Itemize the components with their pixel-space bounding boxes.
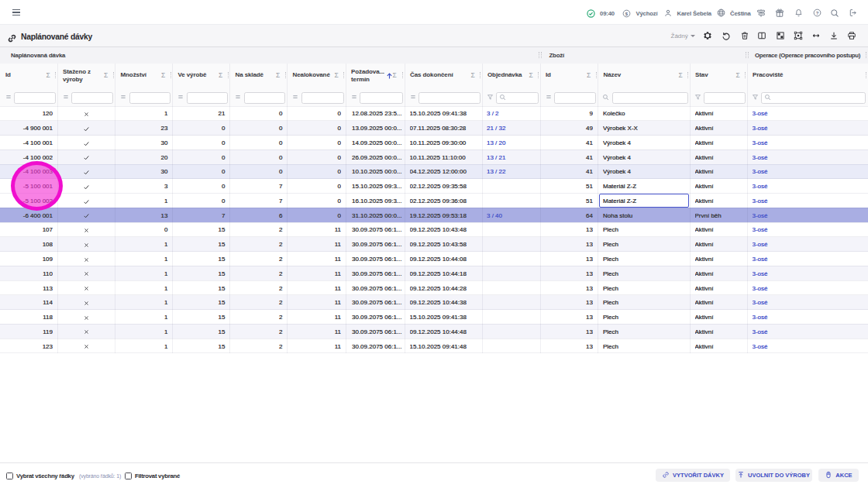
svg-text:$: $ [625,11,628,15]
svg-text:?: ? [816,11,819,15]
